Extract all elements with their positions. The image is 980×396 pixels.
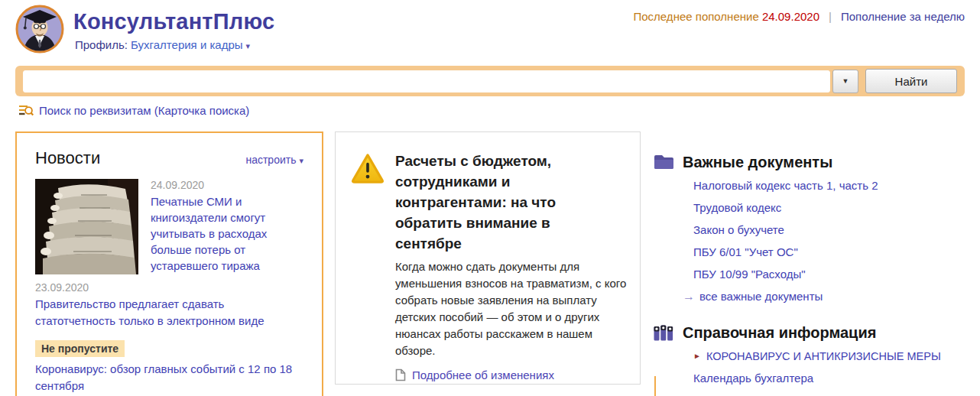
search-dropdown-button[interactable]: ▼ (832, 70, 858, 93)
arrow-right-icon: → (683, 291, 695, 303)
news-item: 24.09.2020 Печатные СМИ и книгоиздатели … (35, 179, 303, 274)
document-icon (395, 368, 406, 381)
section-title: Важные документы (683, 154, 832, 171)
find-button[interactable]: Найти (865, 69, 957, 93)
dont-miss-badge: Не пропустите (35, 340, 125, 357)
red-triangle-marker-icon: ► (693, 352, 701, 360)
last-update-link[interactable]: Последнее пополнение 24.09.2020 (633, 10, 819, 23)
week-update-link[interactable]: Пополнение за неделю (841, 10, 965, 23)
doc-link[interactable]: ПБУ 6/01 "Учет ОС" (693, 245, 975, 259)
news-date: 24.09.2020 (151, 179, 303, 191)
separator: | (829, 10, 832, 23)
newspapers-photo[interactable] (35, 179, 138, 274)
news-link[interactable]: Коронавирус: обзор главных событий с 12 … (35, 361, 303, 394)
news-link[interactable]: Правительство предлагает сдавать статотч… (35, 296, 303, 329)
doc-link[interactable]: Закон о бухучете (693, 223, 975, 237)
profile-selector[interactable]: Бухгалтерия и кадры (131, 38, 242, 51)
doc-link[interactable]: Трудовой кодекс (693, 201, 975, 215)
doc-link[interactable]: ПБУ 10/99 "Расходы" (693, 268, 975, 281)
review-more-link[interactable]: Подробнее об изменениях (412, 368, 554, 381)
requisites-search-link[interactable]: Поиск по реквизитам (Карточка поиска) (39, 104, 249, 117)
search-input[interactable] (23, 70, 830, 93)
binders-icon (654, 324, 673, 341)
profile-row: Профиль: Бухгалтерия и кадры▾ (75, 38, 250, 51)
folder-icon (654, 154, 673, 170)
configure-news-link[interactable]: настроить▾ (245, 154, 303, 166)
consultantplus-logo[interactable] (15, 5, 64, 54)
profile-label: Профиль: (75, 38, 128, 51)
last-update-date: 24.09.2020 (762, 10, 819, 23)
reference-information-header: Справочная информация (654, 323, 975, 342)
newspapers-stack-image (35, 179, 138, 274)
review-body: Когда можно сдать документы для уменьшен… (395, 258, 628, 359)
review-title: Расчеты с бюджетом, сотрудниками и контр… (395, 151, 586, 254)
news-date: 23.09.2020 (35, 281, 303, 294)
orange-panel-edge-fragment (654, 376, 656, 396)
ref-link[interactable]: Календарь бухгалтера (693, 372, 975, 385)
news-panel: Новости настроить▾ (15, 131, 323, 396)
coronavirus-link[interactable]: КОРОНАВИРУС И АНТИКРИЗИСНЫЕ МЕРЫ (706, 349, 941, 363)
search-bar: ▼ Найти (15, 66, 965, 96)
brand-title[interactable]: КонсультантПлюс (73, 9, 274, 34)
top-links: Последнее пополнение 24.09.2020|Пополнен… (633, 10, 965, 23)
section-title: Справочная информация (683, 324, 876, 342)
news-link[interactable]: Печатные СМИ и книгоиздатели смогут учит… (151, 193, 303, 274)
all-important-documents-link[interactable]: все важные документы (699, 290, 823, 303)
reference-information-links: ► КОРОНАВИРУС И АНТИКРИЗИСНЫЕ МЕРЫ Кален… (693, 349, 975, 396)
news-item: 23.09.2020 Правительство предлагает сдав… (35, 281, 303, 329)
card-search-icon (18, 104, 34, 117)
chevron-down-icon: ▾ (299, 156, 303, 165)
professor-mascot-icon (15, 5, 64, 54)
doc-link[interactable]: Налоговый кодекс часть 1, часть 2 (693, 179, 975, 193)
chevron-down-icon[interactable]: ▾ (246, 41, 251, 50)
warning-triangle-icon (351, 153, 385, 183)
important-documents-header: Важные документы (654, 153, 975, 171)
news-panel-title: Новости (35, 148, 100, 168)
important-documents-links: Налоговый кодекс часть 1, часть 2 Трудов… (693, 179, 975, 303)
requisites-row: Поиск по реквизитам (Карточка поиска) (18, 104, 249, 117)
monthly-review-panel: Расчеты с бюджетом, сотрудниками и контр… (335, 131, 641, 385)
right-column: Важные документы Налоговый кодекс часть … (654, 144, 975, 396)
